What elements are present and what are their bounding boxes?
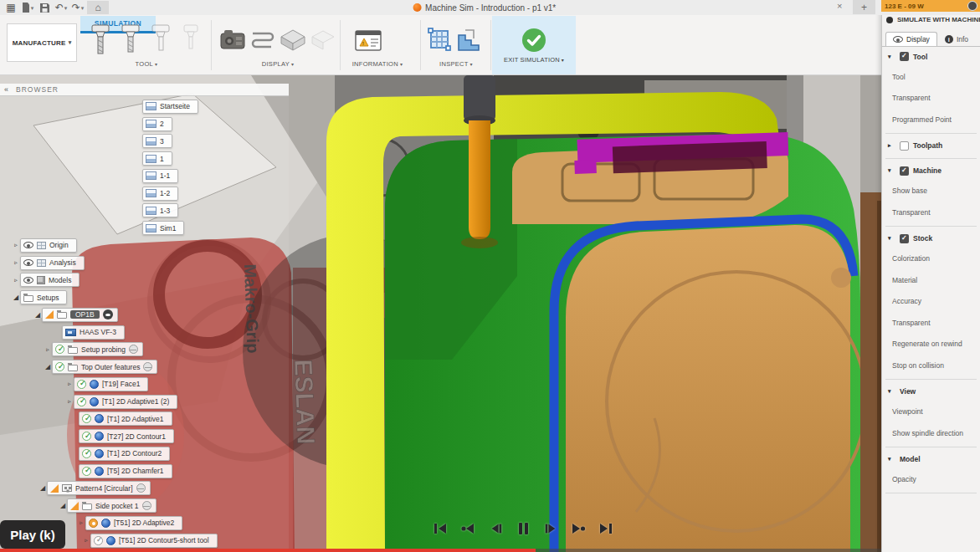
panel-row[interactable]: Colorization <box>882 248 980 270</box>
panel-row[interactable] <box>885 493 977 493</box>
step-back-button[interactable] <box>487 520 504 537</box>
previous-operation-button[interactable] <box>459 520 476 537</box>
tree-node-chip[interactable]: 3 <box>142 134 172 148</box>
section-arrow-icon[interactable] <box>888 456 895 463</box>
tree-node-chip[interactable]: Models <box>20 273 80 287</box>
tab-display[interactable]: Display <box>885 32 937 46</box>
tool-bit-1-icon[interactable] <box>87 23 114 62</box>
section-analysis-icon[interactable] <box>455 27 482 57</box>
section-arrow-icon[interactable] <box>888 142 895 149</box>
undo-icon[interactable]: ↶▾ <box>54 1 69 14</box>
tree-node-chip[interactable]: 1-1 <box>142 169 178 183</box>
expand-icon[interactable] <box>12 242 20 248</box>
tree-node-chip[interactable]: Startseite <box>142 100 198 114</box>
panel-row[interactable] <box>885 379 977 380</box>
badge-icon[interactable] <box>967 1 977 11</box>
tree-node-chip[interactable]: 1 <box>142 151 172 166</box>
tree-row[interactable]: Sim1 <box>134 219 351 237</box>
panel-row[interactable]: Show spindle direction <box>882 422 980 444</box>
panel-row[interactable]: Programmed Point <box>882 109 980 130</box>
tree-row[interactable]: Top Outer features <box>44 358 351 376</box>
panel-row[interactable]: Accuracy <box>882 291 980 313</box>
tree-row[interactable]: 3 <box>134 133 351 151</box>
tree-node-chip[interactable]: Setups <box>20 290 67 304</box>
expand-icon[interactable] <box>82 537 90 544</box>
expand-icon[interactable] <box>33 311 42 319</box>
panel-row[interactable]: Stock <box>882 229 980 248</box>
target-part-display-icon[interactable] <box>310 28 336 57</box>
tab-info[interactable]: i Info <box>937 32 976 46</box>
tree-node-chip[interactable]: [T1] 2D Adaptive1 <box>79 411 172 426</box>
home-icon[interactable]: ⌂ <box>87 1 109 14</box>
exit-simulation-button[interactable]: EXIT SIMULATION <box>492 16 576 74</box>
tree-node-chip[interactable]: Pattern4 [Circular] <box>47 481 151 495</box>
tree-node-chip[interactable]: [T51] 2D Contour5-short tool <box>90 534 218 548</box>
browser-header[interactable]: « BROWSER <box>0 84 289 96</box>
panel-row[interactable]: Viewpoint <box>882 401 980 423</box>
tree-node-chip[interactable]: 1-3 <box>142 203 178 217</box>
tree-node-chip[interactable]: OP1B <box>42 308 118 322</box>
panel-row[interactable]: Show base <box>882 181 980 202</box>
close-document-icon[interactable]: × <box>837 1 842 11</box>
tree-row[interactable]: 1-2 <box>134 185 351 202</box>
expand-icon[interactable] <box>65 398 74 405</box>
tree-node-chip[interactable]: [T1] 2D Contour2 <box>79 447 170 461</box>
panel-row[interactable]: Transparent <box>882 88 980 110</box>
group-label-display[interactable]: DISPLAY <box>219 60 336 68</box>
toolpath-display-icon[interactable] <box>249 28 276 57</box>
tree-row[interactable]: Startseite <box>134 98 351 115</box>
tree-row[interactable]: [T5] 2D Chamfer1 <box>70 463 351 480</box>
tree-node-chip[interactable]: 1-2 <box>142 187 178 201</box>
group-label-inspect[interactable]: INSPECT <box>422 60 490 68</box>
tree-row[interactable]: [T1] 2D Adaptive1 (2) <box>65 393 351 411</box>
tree-node-chip[interactable]: [T1] 2D Adaptive1 (2) <box>74 395 177 409</box>
expand-icon[interactable] <box>12 277 20 284</box>
tree-row[interactable]: [T1] 2D Adaptive1 <box>70 411 351 428</box>
tree-row[interactable]: Origin <box>12 237 351 254</box>
tree-row[interactable]: Setup probing <box>44 341 351 359</box>
tree-row[interactable]: [T1] 2D Contour2 <box>70 445 351 463</box>
video-play-button[interactable]: Play (k) <box>0 520 65 549</box>
tree-row[interactable]: [T51] 2D Adaptive2 <box>77 514 351 532</box>
information-icon[interactable]: ! <box>353 28 383 57</box>
tool-bit-3-icon[interactable] <box>147 23 174 62</box>
tree-row[interactable]: Analysis <box>12 254 351 272</box>
tree-row[interactable]: 1 <box>134 150 351 167</box>
tree-node-chip[interactable]: HAAS VF-3 <box>62 325 125 340</box>
panel-row[interactable]: Transparent <box>882 202 980 223</box>
expand-icon[interactable] <box>44 346 52 353</box>
tree-node-chip[interactable]: Analysis <box>20 256 85 270</box>
section-arrow-icon[interactable] <box>888 167 895 174</box>
section-checkbox[interactable] <box>900 52 909 61</box>
section-checkbox[interactable] <box>900 141 909 151</box>
new-tab-button[interactable]: + <box>853 0 875 14</box>
panel-row[interactable] <box>885 133 977 134</box>
panel-row[interactable]: Machine <box>882 161 980 181</box>
expand-icon[interactable] <box>12 294 20 301</box>
group-label-tool[interactable]: TOOL <box>87 60 206 68</box>
machine-display-icon[interactable] <box>219 28 246 57</box>
tree-row[interactable]: 1-3 <box>134 202 351 220</box>
panel-row[interactable]: Opacity <box>882 469 980 491</box>
tree-node-chip[interactable]: [T19] Face1 <box>74 377 148 391</box>
tree-row[interactable]: [T27] 2D Contour1 <box>70 427 351 445</box>
group-label-information[interactable]: INFORMATION <box>333 60 422 68</box>
tree-row[interactable]: [T51] 2D Contour5-short tool <box>82 532 351 549</box>
section-checkbox[interactable] <box>900 234 909 243</box>
expand-icon[interactable] <box>12 259 20 266</box>
tree-node-chip[interactable]: Origin <box>20 238 77 253</box>
video-progress-track[interactable] <box>0 549 980 552</box>
measure-icon[interactable] <box>427 27 454 57</box>
collapse-browser-icon[interactable]: « <box>4 85 9 94</box>
tree-row[interactable]: Pattern4 [Circular] <box>38 480 351 498</box>
expand-icon[interactable] <box>38 484 47 492</box>
panel-row[interactable]: Tool <box>882 66 980 88</box>
panel-row[interactable]: View <box>882 382 980 401</box>
panel-row[interactable]: Material <box>882 269 980 291</box>
tree-node-chip[interactable]: Top Outer features <box>52 360 157 374</box>
tree-row[interactable]: Models <box>12 272 351 289</box>
workspace-selector[interactable]: MANUFACTURE <box>7 23 77 62</box>
tree-row[interactable]: 2 <box>134 115 351 133</box>
expand-icon[interactable] <box>65 381 74 387</box>
go-to-end-button[interactable] <box>598 520 614 537</box>
